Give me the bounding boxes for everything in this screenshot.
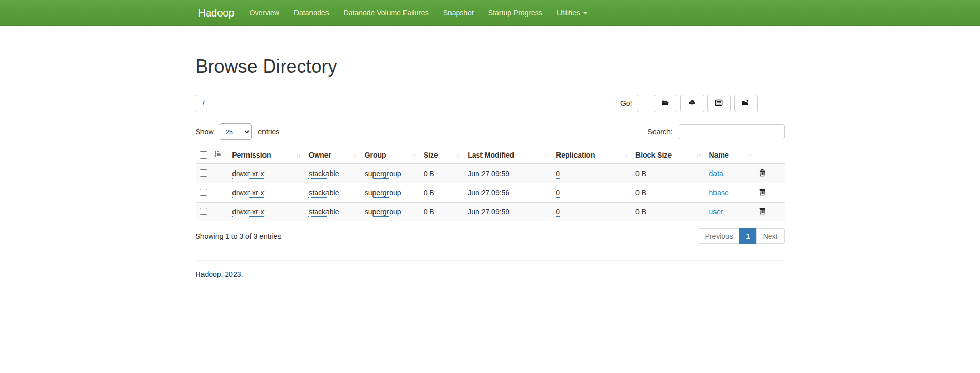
- cloud-upload-icon: [688, 99, 696, 108]
- column-header-block-size[interactable]: Block Size↓↑: [631, 146, 705, 164]
- folder-move-icon: [741, 99, 750, 108]
- directory-link[interactable]: hbase: [709, 189, 729, 197]
- nav-utilities-dropdown[interactable]: Utilities: [550, 1, 595, 25]
- nav-datanodes[interactable]: Datanodes: [287, 1, 336, 25]
- footer-text: Hadoop, 2023.: [196, 270, 785, 278]
- page-title: Browse Directory: [196, 56, 785, 77]
- search-input[interactable]: [679, 124, 785, 139]
- sort-icons: ↓↑: [543, 151, 548, 158]
- sort-icons: ↓↑: [411, 151, 415, 158]
- column-header-owner[interactable]: Owner↓↑: [304, 146, 360, 164]
- modified-value: Jun 27 09:59: [463, 203, 552, 222]
- block-size-value: 0 B: [631, 203, 705, 222]
- nav-snapshot[interactable]: Snapshot: [436, 1, 481, 25]
- search-control: Search:: [647, 124, 784, 139]
- group-value[interactable]: supergroup: [365, 189, 401, 198]
- row-checkbox[interactable]: [200, 169, 207, 177]
- size-value: 0 B: [419, 183, 464, 203]
- table-body: drwxr-xr-x stackable supergroup 0 B Jun …: [196, 164, 785, 221]
- table-row: drwxr-xr-x stackable supergroup 0 B Jun …: [196, 164, 785, 183]
- owner-value[interactable]: stackable: [308, 169, 339, 179]
- page-length-control: Show 25 entries: [196, 123, 280, 140]
- permission-value[interactable]: drwxr-xr-x: [232, 169, 264, 179]
- entries-label: entries: [258, 128, 279, 136]
- nav-startup-progress[interactable]: Startup Progress: [481, 1, 550, 25]
- pagination: Previous 1 Next: [698, 228, 784, 244]
- list-alt-icon: [715, 99, 723, 108]
- column-header-name[interactable]: Name↓↑: [705, 146, 755, 164]
- column-header-last-modified[interactable]: Last Modified↓↑: [463, 146, 552, 164]
- row-checkbox[interactable]: [200, 208, 207, 215]
- sort-icons: ↓↑: [295, 151, 300, 158]
- column-header-permission[interactable]: Permission↓↑: [228, 146, 304, 164]
- page-header: Browse Directory: [196, 56, 785, 84]
- replication-value[interactable]: 0: [556, 189, 560, 198]
- row-checkbox[interactable]: [200, 189, 207, 196]
- permission-value[interactable]: drwxr-xr-x: [232, 189, 264, 198]
- replication-value[interactable]: 0: [556, 208, 560, 217]
- owner-value[interactable]: stackable: [308, 208, 339, 217]
- page-length-select[interactable]: 25: [220, 123, 252, 140]
- table-info: Showing 1 to 3 of 3 entries: [196, 232, 282, 240]
- folder-open-icon: [661, 99, 670, 108]
- select-all-checkbox[interactable]: [200, 151, 207, 159]
- replication-value[interactable]: 0: [556, 169, 560, 179]
- owner-value[interactable]: stackable: [308, 189, 339, 198]
- sort-icons: ↓↑: [352, 151, 356, 158]
- header-select-all: [196, 146, 228, 164]
- upload-files-button[interactable]: [680, 95, 704, 112]
- size-value: 0 B: [419, 164, 464, 183]
- modified-value: Jun 27 09:59: [463, 164, 552, 183]
- column-header-group[interactable]: Group↓↑: [361, 146, 419, 164]
- table-row: drwxr-xr-x stackable supergroup 0 B Jun …: [196, 203, 785, 222]
- path-input-group: Go!: [196, 95, 639, 112]
- file-details-button[interactable]: [707, 95, 731, 112]
- brand-hadoop[interactable]: Hadoop: [196, 7, 242, 19]
- navbar: Hadoop Overview Datanodes Datanode Volum…: [0, 0, 980, 26]
- sort-icons: ↓↑: [746, 151, 751, 158]
- directory-link[interactable]: data: [709, 169, 723, 178]
- go-button[interactable]: Go!: [614, 95, 639, 112]
- column-header-size[interactable]: Size↓↑: [419, 146, 464, 164]
- caret-down-icon: [583, 12, 587, 14]
- show-label: Show: [196, 128, 214, 136]
- sort-icons: ↓↑: [696, 151, 701, 158]
- create-directory-button[interactable]: [654, 95, 677, 112]
- nav-menu: Overview Datanodes Datanode Volume Failu…: [242, 1, 595, 25]
- sort-icons: ↓↑: [623, 151, 627, 158]
- permission-value[interactable]: drwxr-xr-x: [232, 208, 264, 217]
- nav-datanode-volume-failures[interactable]: Datanode Volume Failures: [336, 1, 436, 25]
- pagination-next[interactable]: Next: [756, 228, 785, 244]
- group-value[interactable]: supergroup: [365, 169, 401, 179]
- directory-table: Permission↓↑ Owner↓↑ Group↓↑ Size↓↑ Last…: [196, 146, 785, 221]
- search-label: Search:: [647, 128, 672, 136]
- size-value: 0 B: [419, 203, 464, 222]
- block-size-value: 0 B: [631, 183, 705, 203]
- trash-icon[interactable]: [759, 207, 766, 216]
- column-header-actions: [755, 146, 784, 164]
- trash-icon[interactable]: [759, 169, 766, 178]
- nav-overview[interactable]: Overview: [242, 1, 287, 25]
- table-row: drwxr-xr-x stackable supergroup 0 B Jun …: [196, 183, 785, 203]
- modified-value: Jun 27 09:56: [463, 183, 552, 203]
- group-value[interactable]: supergroup: [365, 208, 401, 217]
- pagination-previous[interactable]: Previous: [698, 228, 739, 244]
- footer-divider: [196, 260, 785, 261]
- trash-icon[interactable]: [759, 188, 766, 197]
- block-size-value: 0 B: [631, 164, 705, 183]
- move-paste-button[interactable]: [734, 95, 758, 112]
- pagination-page-1[interactable]: 1: [739, 228, 757, 244]
- sort-icons: ↓↑: [455, 151, 459, 158]
- file-action-buttons: [654, 95, 761, 112]
- column-header-replication[interactable]: Replication↓↑: [552, 146, 631, 164]
- sort-ascending-icon[interactable]: [213, 150, 221, 159]
- directory-link[interactable]: user: [709, 208, 723, 216]
- path-input[interactable]: [196, 95, 614, 112]
